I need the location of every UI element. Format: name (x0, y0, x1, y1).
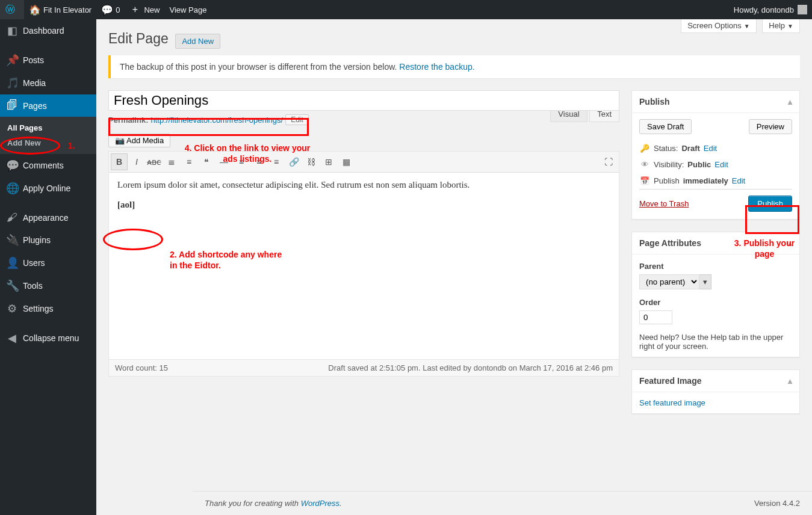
submenu-add-new[interactable]: Add New (0, 135, 96, 150)
restore-backup-link[interactable]: Restore the backup. (399, 62, 474, 72)
permalink-url-link[interactable]: http://fitinelevator.com/fresh-openings/ (150, 116, 283, 125)
featured-image-metabox: Featured Image▴ Set featured image (631, 369, 800, 414)
attributes-help-text: Need help? Use the Help tab in the upper… (639, 333, 792, 351)
collapse-arrow-icon[interactable]: ▴ (788, 238, 792, 248)
bullet-list-button[interactable]: ≣ (163, 153, 180, 170)
permalink-box: Permalink: http://fitinelevator.com/fres… (108, 114, 619, 125)
pin-icon: 📌 (6, 54, 18, 67)
select-dropdown-button[interactable]: ▾ (699, 274, 711, 289)
preview-button[interactable]: Preview (749, 119, 792, 134)
publish-heading: Publish (639, 97, 670, 106)
edit-slug-button[interactable]: Edit (285, 114, 309, 125)
dashboard-icon: ◧ (6, 24, 18, 37)
sidebar-item-posts[interactable]: 📌Posts (0, 49, 96, 72)
avatar-icon (798, 5, 807, 14)
collapse-arrow-icon[interactable]: ▴ (788, 376, 792, 386)
comments-menu[interactable]: 💬0 (96, 0, 125, 19)
sidebar-item-appearance[interactable]: 🖌Appearance (0, 206, 96, 229)
shortcode-text: [aol] (117, 200, 610, 210)
page-title: Edit Page (108, 25, 169, 49)
camera-icon: 📷 (115, 136, 125, 145)
add-media-button[interactable]: 📷Add Media (108, 134, 170, 147)
user-icon: 👤 (6, 256, 18, 270)
post-title-input[interactable] (108, 90, 619, 111)
set-featured-image-link[interactable]: Set featured image (639, 398, 705, 407)
bold-button[interactable]: B (111, 153, 128, 170)
editor-toolbar: B I ᴀʙᴄ ≣ ≡ ❝ — ≡ ≡ ≡ 🔗 ⛓ ⊞ ▦ (109, 152, 619, 173)
admin-footer: Thank you for creating with WordPress. V… (193, 491, 812, 515)
sidebar-item-settings[interactable]: ⚙Settings (0, 297, 96, 320)
sidebar-item-apply-online[interactable]: 🌐Apply Online (0, 177, 96, 200)
edit-status-link[interactable]: Edit (704, 144, 717, 153)
view-page-link[interactable]: View Page (164, 0, 211, 19)
sidebar-item-tools[interactable]: 🔧Tools (0, 274, 96, 297)
draft-status: Draft saved at 2:51:05 pm. Last edited b… (328, 363, 613, 372)
more-button[interactable]: ⊞ (320, 153, 337, 170)
site-name-menu[interactable]: 🏠Fit In Elevator (24, 0, 96, 19)
collapse-menu-button[interactable]: ◀Collapse menu (0, 327, 96, 350)
new-label: New (144, 5, 160, 14)
visibility-label: Visibility: (654, 160, 684, 169)
help-toggle[interactable]: Help▼ (762, 19, 800, 33)
link-button[interactable]: 🔗 (285, 153, 302, 170)
fullscreen-button[interactable]: ⛶ (600, 153, 617, 170)
italic-button[interactable]: I (128, 153, 145, 170)
sidebar-item-media[interactable]: 🎵Media (0, 72, 96, 94)
page-icon: 🗐 (6, 99, 18, 112)
gear-icon: ⚙ (6, 302, 18, 315)
numbered-list-button[interactable]: ≡ (181, 153, 197, 170)
sidebar-item-comments[interactable]: 💬Comments (0, 154, 96, 177)
content-paragraph: Lorem ipsum dolor sit amet, consectetur … (117, 180, 610, 190)
attributes-heading: Page Attributes (639, 238, 701, 248)
chevron-down-icon: ▼ (744, 23, 750, 29)
sidebar-item-pages[interactable]: 🗐Pages (0, 94, 96, 117)
page-attributes-metabox: Page Attributes▴ Parent (no parent) ▾ Or… (631, 232, 800, 357)
visibility-value: Public (687, 160, 711, 169)
featured-image-heading: Featured Image (639, 376, 701, 386)
add-new-button[interactable]: Add New (175, 34, 220, 49)
hr-button[interactable]: — (215, 153, 232, 170)
blockquote-button[interactable]: ❝ (198, 153, 215, 170)
pages-submenu: All Pages Add New (0, 117, 96, 154)
footer-version: Version 4.4.2 (754, 499, 800, 508)
howdy-text: Howdy, dontondb (734, 5, 794, 14)
align-left-button[interactable]: ≡ (233, 153, 250, 170)
admin-sidebar: ◧Dashboard 📌Posts 🎵Media 🗐Pages All Page… (0, 19, 96, 515)
collapse-arrow-icon[interactable]: ▴ (788, 97, 792, 106)
comments-count: 0 (116, 5, 120, 14)
align-right-button[interactable]: ≡ (268, 153, 285, 170)
submenu-all-pages[interactable]: All Pages (0, 120, 96, 135)
plugin-icon: 🔌 (6, 233, 18, 247)
comment-icon: 💬 (101, 4, 112, 16)
status-label: Status: (654, 144, 678, 153)
order-label: Order (639, 298, 792, 307)
publish-value: immediately (683, 176, 728, 185)
screen-options-toggle[interactable]: Screen Options▼ (681, 19, 757, 33)
publish-button[interactable]: Publish (748, 196, 792, 212)
save-draft-button[interactable]: Save Draft (639, 119, 692, 134)
edit-publish-time-link[interactable]: Edit (732, 176, 745, 185)
kitchensink-button[interactable]: ▦ (338, 153, 355, 170)
word-count: Word count: 15 (115, 363, 168, 372)
order-input[interactable] (639, 310, 672, 324)
sidebar-item-dashboard[interactable]: ◧Dashboard (0, 19, 96, 42)
screen-meta-links: Screen Options▼ Help▼ (677, 19, 800, 33)
move-to-trash-link[interactable]: Move to Trash (639, 199, 689, 208)
eye-icon: 👁 (639, 160, 650, 169)
unlink-button[interactable]: ⛓ (303, 153, 320, 170)
align-center-button[interactable]: ≡ (250, 153, 267, 170)
sidebar-item-users[interactable]: 👤Users (0, 251, 96, 274)
wordpress-logo-icon: ⓦ (5, 4, 16, 16)
key-icon: 🔑 (639, 144, 650, 153)
footer-wordpress-link[interactable]: WordPress (301, 499, 339, 508)
wp-logo-menu[interactable]: ⓦ (0, 0, 24, 19)
new-content-menu[interactable]: +New (125, 0, 164, 19)
parent-select[interactable]: (no parent) (639, 274, 699, 289)
permalink-label: Permalink: (108, 116, 148, 125)
home-icon: 🏠 (29, 4, 40, 16)
edit-visibility-link[interactable]: Edit (714, 160, 728, 169)
strikethrough-button[interactable]: ᴀʙᴄ (146, 153, 163, 170)
editor-textarea[interactable]: Lorem ipsum dolor sit amet, consectetur … (109, 173, 619, 359)
my-account-menu[interactable]: Howdy, dontondb (729, 0, 812, 19)
sidebar-item-plugins[interactable]: 🔌Plugins (0, 229, 96, 251)
